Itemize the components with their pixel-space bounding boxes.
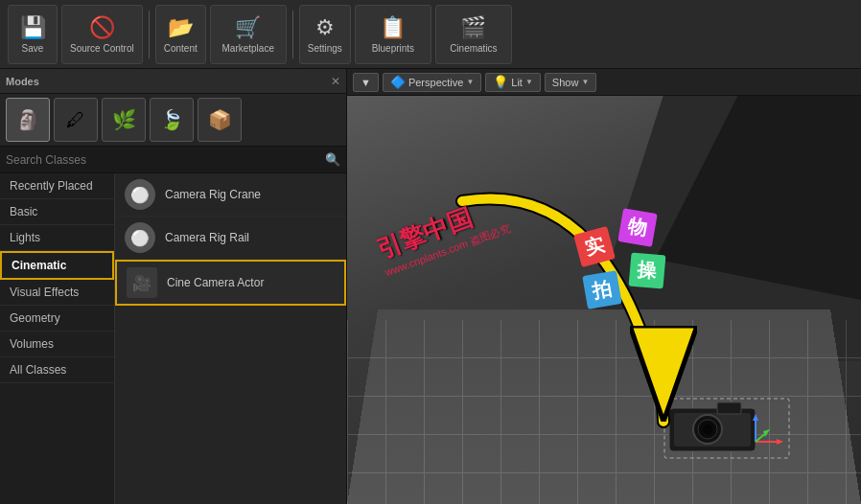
modes-icons-row: 🗿 🖊 🌿 🍃 📦 (0, 94, 346, 147)
list-item-camera-rig-crane[interactable]: ⚪ Camera Rig Crane (115, 173, 346, 217)
marketplace-label: Marketplace (222, 43, 274, 54)
lit-icon: 💡 (493, 75, 508, 89)
search-icon: 🔍 (325, 152, 340, 167)
tag-wu: 物 (617, 208, 658, 247)
save-button[interactable]: 💾 Save (8, 5, 58, 64)
mode-paint-button[interactable]: 🖊 (54, 98, 98, 142)
search-input[interactable] (6, 153, 321, 167)
viewport-dropdown-button[interactable]: ▼ (353, 73, 379, 92)
cinematics-label: Cinematics (450, 43, 497, 54)
search-bar: 🔍 (0, 147, 346, 173)
save-label: Save (22, 43, 44, 54)
camera-rig-rail-thumb: ⚪ (125, 222, 155, 253)
show-dropdown-icon: ▼ (581, 78, 589, 86)
main-toolbar: 💾 Save 🚫 Source Control 📂 Content 🛒 Mark… (0, 0, 861, 69)
left-panel: Modes ✕ 🗿 🖊 🌿 🍃 📦 🔍 Recently Placed (0, 69, 347, 504)
mode-foliage-button[interactable]: 🌿 (102, 98, 146, 142)
svg-point-5 (703, 424, 712, 434)
watermark-line1: 引擎中国 (372, 190, 508, 266)
svg-marker-12 (763, 429, 770, 437)
blueprints-button[interactable]: 📋 Blueprints (355, 5, 431, 64)
perspective-button[interactable]: 🔷 Perspective ▼ (383, 73, 481, 92)
mode-landscape-button[interactable]: 🍃 (150, 98, 194, 142)
tag-cao: 操 (629, 252, 666, 288)
marketplace-button[interactable]: 🛒 Marketplace (210, 5, 287, 64)
category-basic[interactable]: Basic (0, 199, 114, 225)
list-item-camera-rig-rail[interactable]: ⚪ Camera Rig Rail (115, 217, 346, 260)
cinematics-button[interactable]: 🎬 Cinematics (435, 5, 512, 64)
viewport-scene: 引擎中国 www.cnplants.com 盗图必究 实 物 拍 操 (347, 96, 861, 504)
panel-content: Recently Placed Basic Lights Cinematic V… (0, 173, 346, 504)
category-geometry[interactable]: Geometry (0, 306, 114, 332)
svg-rect-6 (717, 402, 741, 414)
cinematics-icon: 🎬 (460, 15, 486, 40)
camera-model-svg (650, 389, 803, 466)
viewport-dropdown-icon: ▼ (361, 77, 371, 88)
tag-pai: 拍 (582, 270, 622, 309)
modes-close-button[interactable]: ✕ (331, 75, 340, 88)
items-list: ⚪ Camera Rig Crane ⚪ Camera Rig Rail 🎥 C… (115, 173, 346, 504)
category-recently-placed[interactable]: Recently Placed (0, 173, 114, 199)
perspective-icon: 🔷 (390, 75, 406, 89)
camera-rig-rail-label: Camera Rig Rail (165, 231, 249, 244)
category-all-classes[interactable]: All Classes (0, 357, 114, 383)
settings-icon: ⚙ (315, 15, 335, 40)
show-button[interactable]: Show ▼ (545, 73, 596, 92)
watermark-line2: www.cnplants.com 盗图必究 (384, 221, 513, 280)
source-control-button[interactable]: 🚫 Source Control (61, 5, 143, 64)
source-control-icon: 🚫 (89, 15, 115, 40)
lit-label: Lit (511, 77, 523, 88)
save-icon: 💾 (20, 15, 46, 40)
lit-dropdown-icon: ▼ (525, 78, 533, 86)
tag-shi: 实 (573, 226, 616, 267)
content-icon: 📂 (168, 15, 194, 40)
modes-bar: Modes ✕ (0, 69, 346, 94)
cine-camera-actor-thumb: 🎥 (127, 267, 157, 298)
blueprints-icon: 📋 (380, 15, 406, 40)
cine-camera-actor-label: Cine Camera Actor (167, 276, 264, 289)
blueprints-label: Blueprints (372, 43, 414, 54)
show-label: Show (552, 77, 579, 88)
settings-label: Settings (308, 43, 342, 54)
category-cinematic[interactable]: Cinematic (0, 251, 114, 280)
category-list: Recently Placed Basic Lights Cinematic V… (0, 173, 115, 504)
toolbar-separator-1 (149, 11, 150, 58)
content-button[interactable]: 📂 Content (155, 5, 206, 64)
camera-rig-crane-label: Camera Rig Crane (165, 188, 261, 201)
content-label: Content (164, 43, 198, 54)
category-volumes[interactable]: Volumes (0, 332, 114, 357)
list-item-cine-camera-actor[interactable]: 🎥 Cine Camera Actor (115, 260, 346, 306)
marketplace-icon: 🛒 (235, 15, 261, 40)
viewport-toolbar: ▼ 🔷 Perspective ▼ 💡 Lit ▼ Show ▼ (347, 69, 861, 96)
svg-marker-10 (777, 439, 783, 445)
category-lights[interactable]: Lights (0, 225, 114, 251)
watermark: 引擎中国 www.cnplants.com 盗图必究 (372, 190, 513, 280)
modes-title: Modes (6, 76, 39, 87)
perspective-label: Perspective (408, 77, 463, 88)
viewport[interactable]: ▼ 🔷 Perspective ▼ 💡 Lit ▼ Show ▼ (347, 69, 861, 504)
camera-rig-crane-thumb: ⚪ (125, 179, 155, 210)
toolbar-separator-2 (292, 11, 293, 58)
lit-button[interactable]: 💡 Lit ▼ (485, 73, 541, 92)
category-visual-effects[interactable]: Visual Effects (0, 280, 114, 306)
settings-button[interactable]: ⚙ Settings (299, 5, 351, 64)
main-area: Modes ✕ 🗿 🖊 🌿 🍃 📦 🔍 Recently Placed (0, 69, 861, 504)
perspective-dropdown-icon: ▼ (466, 78, 474, 86)
mode-place-button[interactable]: 🗿 (6, 98, 50, 142)
source-control-label: Source Control (70, 43, 134, 54)
mode-geometry-button[interactable]: 📦 (198, 98, 242, 142)
